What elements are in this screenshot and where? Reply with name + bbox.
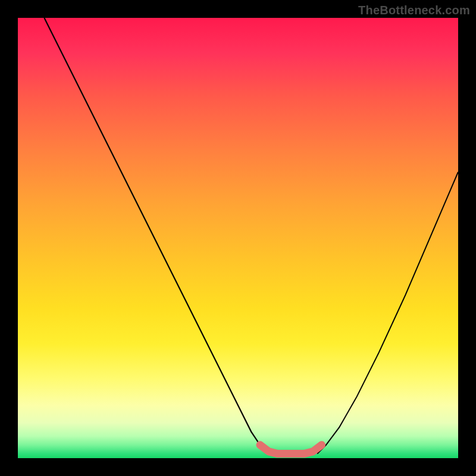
chart-frame: TheBottleneck.com xyxy=(0,0,476,476)
chart-svg xyxy=(18,18,458,458)
curve-left xyxy=(44,18,268,454)
watermark-text: TheBottleneck.com xyxy=(358,4,470,17)
plot-area xyxy=(18,18,458,458)
bottom-band xyxy=(260,445,322,454)
curve-right xyxy=(317,172,458,454)
